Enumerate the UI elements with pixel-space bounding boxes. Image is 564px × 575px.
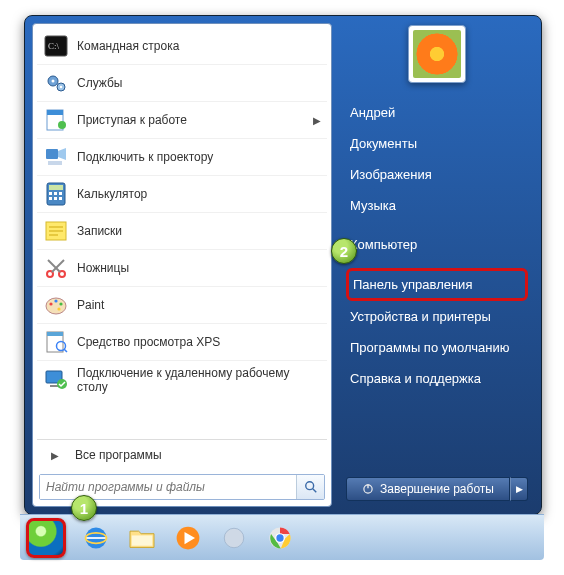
right-link-3[interactable]: Музыка [346,190,528,221]
rdp-icon [43,367,69,393]
svg-rect-18 [54,197,57,200]
svg-point-8 [58,121,66,129]
program-item-2[interactable]: Приступая к работе▶ [37,101,327,138]
program-label: Подключить к проектору [77,150,321,164]
program-item-8[interactable]: Средство просмотра XPS [37,323,327,360]
svg-rect-9 [46,149,58,159]
avatar-flower-icon [413,30,461,78]
program-item-9[interactable]: Подключение к удаленному рабочему столу [37,360,327,400]
calc-icon [43,181,69,207]
xps-icon [43,329,69,355]
taskbar-mediaplayer[interactable] [172,522,204,554]
shutdown-icon [362,483,374,495]
program-item-7[interactable]: Paint [37,286,327,323]
right-link-1[interactable]: Документы [346,128,528,159]
right-link-0[interactable]: Андрей [346,97,528,128]
all-programs-label: Все программы [75,448,162,462]
program-item-3[interactable]: Подключить к проектору [37,138,327,175]
shutdown-options[interactable]: ▶ [510,477,528,501]
svg-point-40 [305,482,313,490]
program-item-4[interactable]: Калькулятор [37,175,327,212]
folder-icon [128,526,156,550]
svg-point-5 [60,86,62,88]
callout-1: 1 [71,495,97,521]
svg-rect-38 [50,385,58,387]
program-label: Подключение к удаленному рабочему столу [77,366,321,395]
projector-icon [43,144,69,170]
svg-point-32 [57,307,60,310]
svg-rect-16 [59,192,62,195]
svg-point-3 [52,80,55,83]
callout-2: 2 [331,238,357,264]
program-list: C:\Командная строкаСлужбыПриступая к раб… [37,28,327,437]
ie-icon [82,524,110,552]
program-label: Службы [77,76,321,90]
all-programs[interactable]: ▶ Все программы [37,442,327,468]
svg-rect-34 [47,332,63,336]
notes-icon [43,218,69,244]
cmd-icon: C:\ [43,33,69,59]
spacer [346,260,528,268]
program-label: Командная строка [77,39,321,53]
taskbar [20,514,544,560]
svg-marker-10 [58,148,66,160]
snip-icon [43,255,69,281]
search-button[interactable] [296,475,324,499]
right-link-6[interactable]: Устройства и принтеры [346,301,528,332]
svg-rect-14 [49,192,52,195]
svg-rect-13 [49,185,63,190]
svg-rect-7 [47,110,63,115]
callout-1-label: 1 [80,500,88,517]
chevron-right-icon: ▶ [313,115,321,126]
svg-rect-46 [132,535,153,545]
right-links: АндрейДокументыИзображенияМузыкаКомпьюте… [346,97,528,394]
right-link-7[interactable]: Программы по умолчанию [346,332,528,363]
chrome-icon [267,525,293,551]
svg-point-31 [59,302,62,305]
svg-line-36 [64,349,67,352]
shutdown-label: Завершение работы [380,482,494,496]
program-label: Paint [77,298,321,312]
program-item-5[interactable]: Записки [37,212,327,249]
svg-rect-11 [48,161,62,165]
svg-point-29 [49,302,52,305]
paint-icon [43,292,69,318]
program-item-1[interactable]: Службы [37,64,327,101]
shutdown-button[interactable]: Завершение работы [346,477,510,501]
taskbar-explorer[interactable] [126,522,158,554]
taskbar-ie[interactable] [80,522,112,554]
program-item-0[interactable]: C:\Командная строка [37,28,327,64]
svg-rect-15 [54,192,57,195]
search-icon [304,480,318,494]
program-item-6[interactable]: Ножницы [37,249,327,286]
svg-point-30 [54,299,57,302]
taskbar-chrome[interactable] [264,522,296,554]
media-icon [174,524,202,552]
callout-2-label: 2 [340,243,348,260]
user-avatar[interactable] [408,25,466,83]
start-button[interactable] [26,518,66,558]
programs-panel: C:\Командная строкаСлужбыПриступая к раб… [32,23,332,507]
right-link-control-panel[interactable]: Панель управления [346,268,528,301]
start-menu: C:\Командная строкаСлужбыПриступая к раб… [24,15,542,515]
right-link-4[interactable]: Компьютер [346,229,528,260]
doc-icon [43,107,69,133]
globe-icon [221,525,247,551]
program-label: Средство просмотра XPS [77,335,321,349]
triangle-right-icon: ▶ [43,450,67,461]
right-panel: АндрейДокументыИзображенияМузыкаКомпьюте… [332,23,534,507]
right-link-8[interactable]: Справка и поддержка [346,363,528,394]
svg-point-53 [276,534,283,541]
program-label: Записки [77,224,321,238]
avatar-wrap [346,25,528,83]
taskbar-app[interactable] [218,522,250,554]
svg-rect-17 [49,197,52,200]
gears-icon [43,70,69,96]
svg-text:C:\: C:\ [48,41,60,51]
program-label: Калькулятор [77,187,321,201]
right-link-2[interactable]: Изображения [346,159,528,190]
svg-rect-19 [59,197,62,200]
separator [37,439,327,440]
spacer [346,221,528,229]
shutdown-row: Завершение работы ▶ [346,477,528,501]
